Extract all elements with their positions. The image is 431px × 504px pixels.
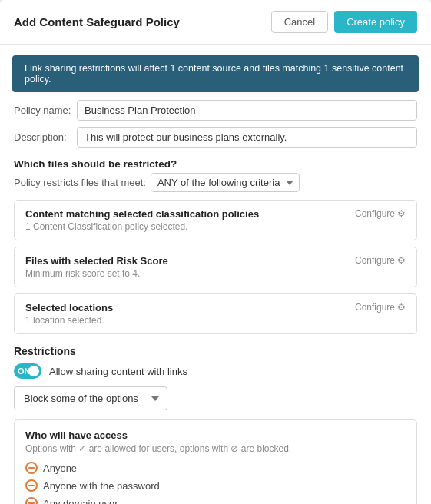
criteria-card-locations: Selected locations 1 location selected. …	[14, 293, 417, 334]
access-title: Who will have access	[25, 429, 406, 441]
configure-link-0[interactable]: Configure ⚙	[355, 208, 406, 219]
gear-icon-0: ⚙	[397, 208, 406, 219]
gear-icon-1: ⚙	[397, 255, 406, 266]
criteria-card-content-1: Files with selected Risk Score Minimum r…	[25, 255, 168, 279]
description-row: Description:	[14, 127, 417, 148]
criteria-card-content: Content matching selected classification…	[25, 208, 259, 232]
access-item-domain: Any domain user	[25, 497, 406, 504]
description-label: Description:	[14, 131, 77, 143]
criteria-label: Policy restricts files that meet:	[14, 177, 146, 188]
modal-body: Policy name: Description: Which files sh…	[0, 100, 431, 504]
blocked-icon-domain	[25, 497, 38, 504]
policy-name-input[interactable]	[77, 100, 417, 121]
criteria-row: Policy restricts files that meet: ANY of…	[14, 173, 417, 192]
restrictions-section: Restrictions ON Allow sharing content wi…	[14, 345, 417, 504]
toggle-on-label: ON	[18, 366, 31, 376]
configure-link-1[interactable]: Configure ⚙	[355, 255, 406, 266]
modal-header: Add Content Safeguard Policy Cancel Crea…	[0, 0, 431, 45]
info-banner: Link sharing restrictions will affect 1 …	[12, 55, 419, 92]
configure-link-2[interactable]: Configure ⚙	[355, 302, 406, 313]
criteria-card-title-2: Selected locations	[25, 302, 113, 313]
criteria-card-title-1: Files with selected Risk Score	[25, 255, 168, 267]
files-section-title: Which files should be restricted?	[14, 158, 417, 170]
blocked-icon-anyone	[25, 462, 38, 474]
toggle-text: Allow sharing content with links	[49, 366, 187, 377]
gear-icon-2: ⚙	[397, 302, 406, 313]
blocked-icon-password	[25, 479, 38, 492]
criteria-card-content-2: Selected locations 1 location selected.	[25, 302, 113, 326]
sharing-toggle[interactable]: ON	[14, 363, 41, 379]
access-label-anyone: Anyone	[43, 463, 77, 474]
header-buttons: Cancel Create policy	[271, 11, 417, 33]
policy-name-row: Policy name:	[14, 100, 417, 121]
block-options-select[interactable]: Block some of the options Block all opti…	[14, 386, 167, 410]
description-input[interactable]	[77, 127, 417, 148]
toggle-row: ON Allow sharing content with links	[14, 363, 417, 379]
criteria-card-sub-0: 1 Content Classification policy selected…	[25, 221, 259, 232]
criteria-card-sub-2: 1 location selected.	[25, 315, 113, 326]
criteria-card-risk: Files with selected Risk Score Minimum r…	[14, 247, 417, 287]
access-box: Who will have access Options with ✓ are …	[14, 419, 417, 504]
access-item-password: Anyone with the password	[25, 479, 406, 492]
restrictions-title: Restrictions	[14, 345, 417, 357]
modal-title: Add Content Safeguard Policy	[14, 15, 180, 28]
criteria-card-title-0: Content matching selected classification…	[25, 208, 259, 220]
access-label-domain: Any domain user	[43, 498, 118, 505]
criteria-card-sub-1: Minimum risk score set to 4.	[25, 268, 168, 279]
criteria-select[interactable]: ANY of the following criteria ALL of the…	[151, 173, 300, 192]
criteria-card-classification: Content matching selected classification…	[14, 200, 417, 240]
access-item-anyone: Anyone	[25, 462, 406, 474]
block-select-wrapper: Block some of the options Block all opti…	[14, 386, 167, 410]
modal-container: Add Content Safeguard Policy Cancel Crea…	[0, 0, 431, 504]
access-label-password: Anyone with the password	[43, 480, 160, 492]
create-policy-button[interactable]: Create policy	[334, 11, 417, 33]
access-sub: Options with ✓ are allowed for users, op…	[25, 443, 406, 454]
cancel-button[interactable]: Cancel	[271, 11, 328, 33]
policy-name-label: Policy name:	[14, 104, 77, 116]
